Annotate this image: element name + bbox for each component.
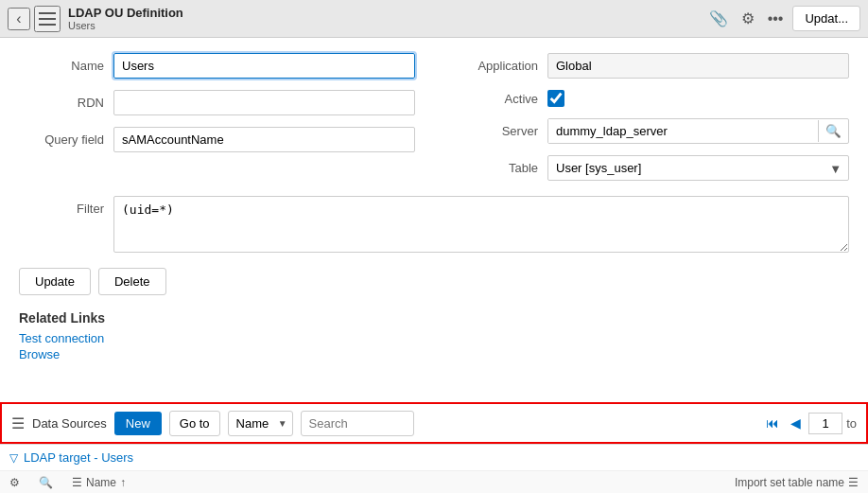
- name-row: Name: [19, 53, 415, 79]
- sort-icon: ☰: [72, 476, 82, 489]
- filter-label: Filter: [19, 196, 104, 216]
- test-connection-link[interactable]: Test connection: [19, 331, 849, 345]
- active-checkbox[interactable]: [547, 90, 564, 107]
- header-actions: 📎 ⚙ ••• Updat...: [705, 6, 860, 31]
- import-text: Import set table name: [735, 476, 844, 489]
- toolbar-menu-icon[interactable]: ☰: [11, 414, 25, 432]
- sort-select-wrap: Name: [228, 411, 293, 436]
- prev-page-button[interactable]: ◀: [787, 414, 805, 432]
- query-field-row: Query field: [19, 127, 415, 152]
- sub-title: Users: [68, 20, 705, 31]
- query-field-input[interactable]: [113, 127, 415, 152]
- search-action[interactable]: 🔍: [39, 476, 53, 489]
- application-row: Application: [453, 53, 849, 79]
- hamburger-menu-button[interactable]: [34, 6, 61, 32]
- server-input[interactable]: [548, 119, 818, 143]
- rdn-label: RDN: [19, 96, 104, 110]
- table-label: Table: [453, 161, 538, 175]
- bottom-actions-row: ⚙ 🔍 ☰ Name ↑ Import set table name ☰: [0, 470, 868, 493]
- rdn-row: RDN: [19, 90, 415, 115]
- filter-textarea[interactable]: (uid=*): [113, 196, 849, 253]
- name-sort-action[interactable]: ☰ Name ↑: [72, 476, 126, 489]
- query-field-label: Query field: [19, 132, 104, 147]
- header: ‹ LDAP OU Definition Users 📎 ⚙ ••• Updat…: [0, 0, 868, 38]
- form-left: Name RDN Query field: [19, 53, 415, 192]
- settings-button[interactable]: ⚙: [738, 6, 758, 31]
- related-links-section: Related Links Test connection Browse: [19, 310, 849, 361]
- active-label: Active: [453, 92, 538, 106]
- pagination: ⏮ ◀ to: [762, 413, 857, 434]
- action-buttons: Update Delete: [19, 268, 849, 295]
- table-row-form: Table User [sys_user] ▼: [453, 155, 849, 181]
- browse-link[interactable]: Browse: [19, 347, 849, 361]
- server-label: Server: [453, 124, 538, 138]
- related-links-title: Related Links: [19, 310, 849, 326]
- filter-section: Filter (uid=*): [19, 196, 849, 253]
- application-input: [547, 53, 849, 79]
- table-select[interactable]: User [sys_user]: [547, 155, 849, 181]
- update-button[interactable]: Update: [19, 268, 91, 295]
- server-search-button[interactable]: 🔍: [818, 120, 848, 142]
- svg-rect-0: [39, 12, 56, 14]
- name-input[interactable]: [113, 53, 415, 79]
- active-row: Active: [453, 90, 849, 107]
- main-title: LDAP OU Definition: [68, 6, 705, 20]
- server-input-wrap: 🔍: [547, 118, 849, 144]
- list-item-row: ▽ LDAP target - Users: [0, 444, 868, 470]
- name-label: Name: [19, 59, 104, 73]
- bottom-toolbar: ☰ Data Sources New Go to Name ⏮ ◀ to: [0, 402, 868, 444]
- ldap-target-link[interactable]: LDAP target - Users: [24, 450, 133, 465]
- page-to-label: to: [846, 416, 857, 431]
- data-sources-label: Data Sources: [32, 416, 107, 431]
- header-title-block: LDAP OU Definition Users: [68, 6, 705, 31]
- rdn-input[interactable]: [113, 90, 415, 115]
- search-action-icon: 🔍: [39, 476, 53, 489]
- delete-button[interactable]: Delete: [98, 268, 166, 295]
- goto-button[interactable]: Go to: [169, 411, 220, 436]
- application-label: Application: [453, 59, 538, 73]
- update-header-button[interactable]: Updat...: [792, 6, 860, 31]
- form-section: Name RDN Query field Application Active: [19, 53, 849, 192]
- main-content: Name RDN Query field Application Active: [0, 38, 868, 379]
- svg-rect-2: [39, 24, 56, 26]
- settings-action-icon: ⚙: [9, 476, 20, 489]
- new-button[interactable]: New: [114, 412, 162, 435]
- server-row: Server 🔍: [453, 118, 849, 144]
- form-right: Application Active Server 🔍 Table User […: [453, 53, 849, 192]
- back-button[interactable]: ‹: [8, 8, 30, 30]
- filter-icon: ▽: [9, 451, 18, 465]
- attachment-button[interactable]: 📎: [705, 6, 732, 31]
- search-input[interactable]: [301, 411, 414, 436]
- name-sort-label: Name: [86, 476, 116, 489]
- page-number-input[interactable]: [808, 413, 842, 434]
- import-equals-icon: ☰: [848, 476, 859, 489]
- svg-rect-1: [39, 18, 56, 20]
- sort-select[interactable]: Name: [228, 411, 293, 436]
- sort-arrow-icon: ↑: [120, 476, 126, 489]
- first-page-button[interactable]: ⏮: [762, 414, 783, 432]
- settings-action[interactable]: ⚙: [9, 476, 20, 489]
- table-select-wrap: User [sys_user] ▼: [547, 155, 849, 181]
- more-options-button[interactable]: •••: [764, 7, 788, 31]
